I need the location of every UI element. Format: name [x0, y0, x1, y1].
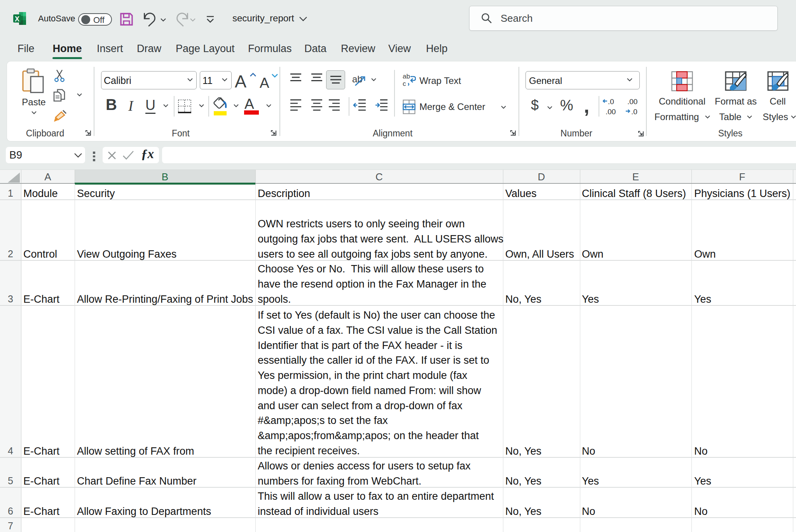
- svg-text:ab: ab: [403, 73, 410, 80]
- svg-text:.00: .00: [606, 108, 616, 116]
- svg-text:X: X: [15, 15, 19, 23]
- svg-text:.0: .0: [631, 108, 637, 116]
- svg-text:.0: .0: [608, 98, 614, 106]
- svg-text:c: c: [403, 80, 406, 87]
- svg-text:.00: .00: [627, 98, 637, 106]
